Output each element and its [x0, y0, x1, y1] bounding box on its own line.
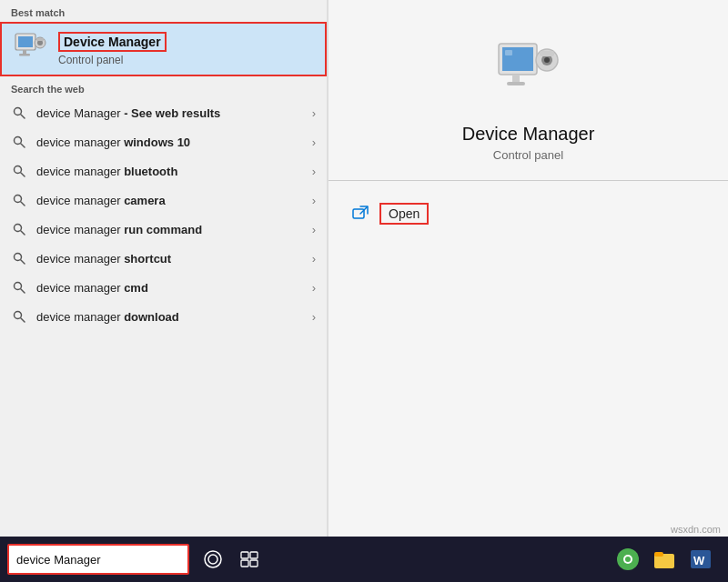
search-icon: [11, 134, 27, 150]
svg-rect-6: [36, 38, 44, 41]
svg-rect-32: [353, 209, 364, 218]
search-web-label: Search the web: [0, 76, 327, 98]
svg-rect-31: [505, 50, 512, 55]
result-text: device Manager - See web results: [36, 106, 312, 120]
svg-point-35: [208, 555, 217, 564]
search-input[interactable]: [16, 553, 162, 567]
taskbar-browser-icon[interactable]: [612, 543, 644, 576]
chevron-right-icon: ›: [312, 165, 316, 178]
list-item[interactable]: device manager bluetooth ›: [0, 156, 327, 186]
best-match-text: Device Manager Control panel: [58, 32, 167, 66]
app-title-right: Device Manager: [462, 124, 595, 145]
svg-line-20: [21, 289, 25, 293]
list-item[interactable]: device manager run command ›: [0, 215, 327, 244]
task-view-button[interactable]: [231, 541, 268, 577]
svg-point-29: [544, 57, 550, 63]
svg-text:W: W: [693, 554, 705, 567]
svg-rect-1: [18, 36, 33, 47]
result-text: device manager download: [36, 310, 312, 324]
svg-point-17: [15, 254, 22, 261]
open-icon: [350, 204, 370, 224]
app-subtitle-right: Control panel: [493, 148, 563, 162]
best-match-item[interactable]: Device Manager Control panel: [0, 22, 327, 76]
chevron-right-icon: ›: [312, 252, 316, 266]
device-manager-icon: [13, 31, 49, 67]
result-text: device manager windows 10: [36, 135, 312, 149]
list-item[interactable]: device manager download ›: [0, 302, 327, 331]
open-button[interactable]: Open: [379, 203, 429, 225]
search-results-list: device Manager - See web results › devic…: [0, 98, 327, 537]
svg-point-13: [15, 196, 22, 203]
svg-line-18: [21, 260, 25, 264]
best-match-title: Device Manager: [58, 32, 167, 52]
search-icon: [11, 105, 27, 121]
svg-line-22: [21, 318, 25, 322]
chevron-right-icon: ›: [312, 310, 316, 324]
list-item[interactable]: device manager windows 10 ›: [0, 127, 327, 156]
taskbar-search-box[interactable]: [7, 544, 189, 575]
taskbar: W: [0, 537, 728, 582]
search-icon: [11, 250, 27, 266]
svg-point-19: [15, 283, 22, 290]
svg-rect-36: [241, 552, 248, 558]
chevron-right-icon: ›: [312, 135, 316, 149]
svg-point-34: [205, 551, 221, 567]
result-text: device manager cmd: [36, 281, 312, 295]
search-icon: [11, 163, 27, 179]
list-item[interactable]: device manager camera ›: [0, 186, 327, 215]
best-match-subtitle: Control panel: [58, 54, 167, 66]
svg-line-16: [21, 231, 25, 235]
svg-rect-39: [250, 560, 258, 567]
taskbar-word-icon[interactable]: W: [684, 543, 717, 576]
chevron-right-icon: ›: [312, 106, 316, 120]
best-match-label: Best match: [0, 0, 327, 22]
search-icon: [11, 308, 27, 325]
search-icon: [11, 279, 27, 296]
result-text: device manager run command: [36, 223, 312, 236]
svg-line-12: [21, 173, 25, 176]
svg-point-15: [15, 225, 22, 232]
result-text: device manager shortcut: [36, 252, 312, 266]
svg-rect-37: [250, 552, 258, 558]
svg-point-21: [15, 312, 22, 319]
svg-point-42: [625, 557, 631, 562]
svg-line-10: [21, 144, 25, 147]
svg-point-9: [15, 137, 22, 145]
svg-point-11: [15, 166, 22, 174]
chevron-right-icon: ›: [312, 281, 316, 295]
app-icon-large: [492, 36, 565, 109]
svg-rect-44: [654, 552, 663, 557]
svg-line-8: [21, 115, 25, 118]
left-panel: Best match Device Manager Control pan: [0, 0, 328, 537]
list-item[interactable]: device Manager - See web results ›: [0, 98, 327, 127]
svg-rect-25: [512, 75, 520, 82]
open-action-row[interactable]: Open: [329, 196, 728, 232]
svg-rect-38: [241, 560, 248, 567]
list-item[interactable]: device manager cmd ›: [0, 273, 327, 302]
svg-rect-3: [19, 54, 30, 56]
taskbar-app-icons: W: [612, 543, 717, 576]
svg-rect-30: [540, 51, 554, 56]
divider: [329, 180, 728, 181]
svg-point-7: [15, 108, 22, 115]
right-panel: Device Manager Control panel Open: [328, 0, 728, 537]
svg-line-14: [21, 202, 25, 206]
search-icon: [11, 221, 27, 237]
search-icon: [11, 192, 27, 208]
list-item[interactable]: device manager shortcut ›: [0, 244, 327, 273]
watermark: wsxdn.com: [671, 524, 721, 535]
result-text: device manager camera: [36, 194, 312, 207]
cortana-button[interactable]: [195, 541, 231, 577]
svg-rect-2: [23, 50, 26, 54]
svg-rect-26: [507, 82, 525, 85]
chevron-right-icon: ›: [312, 194, 316, 207]
chevron-right-icon: ›: [312, 223, 316, 236]
taskbar-explorer-icon[interactable]: [648, 543, 681, 576]
result-text: device manager bluetooth: [36, 165, 312, 178]
